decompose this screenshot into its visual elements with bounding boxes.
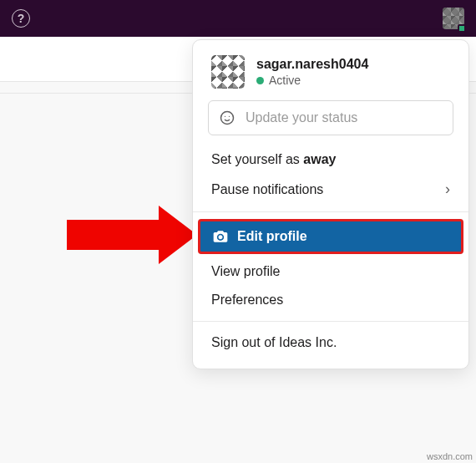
view-profile-item[interactable]: View profile (193, 257, 468, 286)
menu-divider (193, 211, 468, 212)
chevron-right-icon: › (445, 181, 450, 198)
set-away-label: Set yourself as away (211, 152, 336, 167)
svg-point-2 (229, 116, 230, 117)
camera-icon (212, 228, 229, 245)
preferences-label: Preferences (211, 293, 283, 308)
menu-divider-2 (193, 321, 468, 322)
presence-dot-icon (256, 77, 264, 84)
preferences-item[interactable]: Preferences (193, 286, 468, 314)
sign-out-item[interactable]: Sign out of Ideas Inc. (193, 328, 468, 357)
status-input[interactable]: Update your status (208, 100, 453, 135)
top-bar: ? (0, 0, 476, 37)
pause-notifications-label: Pause notifications (211, 182, 323, 197)
menu-presence: Active (256, 74, 368, 87)
smiley-icon (219, 109, 235, 126)
sign-out-label: Sign out of Ideas Inc. (211, 335, 337, 350)
edit-profile-label: Edit profile (237, 229, 307, 244)
svg-point-1 (225, 116, 225, 117)
view-profile-label: View profile (211, 264, 280, 279)
callout-arrow (67, 206, 197, 264)
svg-point-0 (221, 112, 234, 125)
menu-username: sagar.naresh0404 (256, 57, 368, 72)
watermark: wsxdn.com (427, 451, 473, 461)
user-avatar-button[interactable] (443, 8, 464, 29)
user-menu: sagar.naresh0404 Active Update your stat… (192, 39, 469, 369)
edit-profile-item[interactable]: Edit profile (198, 219, 463, 254)
menu-avatar (211, 55, 245, 89)
pause-notifications-item[interactable]: Pause notifications › (193, 174, 468, 205)
set-away-item[interactable]: Set yourself as away (193, 145, 468, 174)
presence-indicator-icon (458, 24, 466, 33)
presence-label: Active (269, 74, 301, 87)
status-placeholder: Update your status (246, 110, 357, 125)
help-icon[interactable]: ? (12, 9, 30, 28)
menu-header: sagar.naresh0404 Active (193, 55, 468, 100)
